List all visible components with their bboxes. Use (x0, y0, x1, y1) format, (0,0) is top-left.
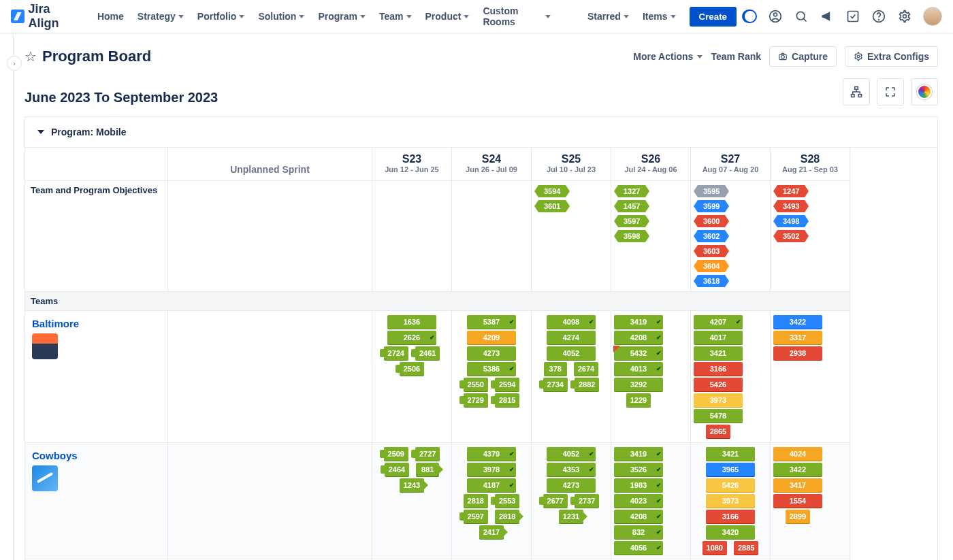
user-avatar[interactable] (923, 7, 942, 26)
help-icon[interactable] (871, 9, 886, 24)
objective-3602[interactable]: 3602 (698, 230, 725, 242)
work-item-2885[interactable]: 2885 (734, 541, 758, 555)
cell-cowboys-s25[interactable]: 4052✔4353✔4273267727371231 (532, 443, 611, 559)
nav-item-home[interactable]: Home (91, 1, 131, 31)
work-item-2818[interactable]: 2818 (464, 494, 488, 508)
cell-cowboys-s26[interactable]: 3419✔3526✔1983✔4023✔4208✔832✔4056✔ (611, 443, 691, 559)
work-item-4017[interactable]: 4017 (694, 331, 743, 344)
nav-item-product[interactable]: Product (419, 1, 476, 31)
nav-item-custom-rooms[interactable]: Custom Rooms (476, 1, 557, 31)
work-item-3422[interactable]: 3422 (773, 315, 822, 329)
work-item-3421[interactable]: 3421 (694, 346, 743, 360)
work-item-2461[interactable]: 2461 (415, 346, 440, 360)
cell-baltimore-s23[interactable]: 16362626✔272424612506 (372, 311, 452, 443)
work-item-3422[interactable]: 3422 (773, 463, 822, 476)
work-item-2509[interactable]: 2509 (384, 447, 408, 461)
work-item-1229[interactable]: 1229 (626, 393, 651, 407)
work-item-4056[interactable]: 4056✔ (614, 541, 663, 555)
work-item-4023[interactable]: 4023✔ (614, 494, 663, 508)
cell-unplanned-cowboys[interactable] (168, 443, 372, 559)
work-item-4274[interactable]: 4274 (547, 331, 596, 344)
work-item-2899[interactable]: 2899 (786, 510, 810, 523)
work-item-2553[interactable]: 2553 (495, 494, 519, 508)
work-item-3317[interactable]: 3317 (773, 331, 822, 344)
sprint-column-s28[interactable]: S28Aug 21 - Sep 03 (771, 148, 850, 181)
work-item-2815[interactable]: 2815 (495, 393, 519, 407)
hierarchy-view-button[interactable] (843, 78, 870, 105)
work-item-2729[interactable]: 2729 (464, 393, 488, 407)
work-item-3419[interactable]: 3419✔ (614, 447, 663, 461)
cell-baltimore-s27[interactable]: 4207✔4017342131665426397354782865 (691, 311, 771, 443)
work-item-3965[interactable]: 3965 (706, 463, 755, 476)
work-item-5432[interactable]: 5432✔ (614, 346, 663, 360)
work-item-4013[interactable]: 4013✔ (614, 362, 663, 376)
objective-3493[interactable]: 3493 (777, 200, 805, 212)
logo[interactable]: Jira Align (11, 2, 82, 31)
cell-unplanned-baltimore[interactable] (168, 311, 372, 443)
work-item-4187[interactable]: 4187✔ (467, 478, 516, 492)
work-item-2818[interactable]: 2818 (495, 510, 519, 523)
nav-item-portfolio[interactable]: Portfolio (191, 1, 252, 31)
objective-3597[interactable]: 3597 (618, 215, 645, 227)
work-item-1983[interactable]: 1983✔ (614, 478, 663, 492)
work-item-4052[interactable]: 4052 (547, 346, 596, 360)
objective-3604[interactable]: 3604 (698, 260, 725, 272)
extra-configs-button[interactable]: Extra Configs (845, 46, 938, 67)
account-icon[interactable] (768, 9, 783, 24)
work-item-5386[interactable]: 5386✔ (467, 362, 516, 376)
work-item-4208[interactable]: 4208✔ (614, 331, 663, 344)
work-item-5426[interactable]: 5426 (706, 478, 755, 492)
work-item-1080[interactable]: 1080 (702, 541, 727, 555)
cell-baltimore-s28[interactable]: 342233172938 (771, 311, 850, 443)
work-item-3419[interactable]: 3419✔ (614, 315, 663, 329)
work-item-4273[interactable]: 4273 (467, 346, 516, 360)
work-item-3973[interactable]: 3973 (694, 393, 743, 407)
objective-3603[interactable]: 3603 (698, 245, 725, 257)
objective-1327[interactable]: 1327 (618, 185, 645, 197)
work-item-1243[interactable]: 1243 (400, 478, 424, 492)
objective-3598[interactable]: 3598 (618, 230, 645, 242)
cell-cowboys-s28[interactable]: 40243422341715542899 (771, 443, 850, 559)
work-item-378[interactable]: 378 (544, 362, 567, 376)
work-item-2677[interactable]: 2677 (543, 494, 568, 508)
team-link-cowboys[interactable]: Cowboys (32, 450, 161, 461)
work-item-2674[interactable]: 2674 (574, 362, 598, 376)
work-item-2626[interactable]: 2626✔ (387, 331, 436, 344)
objective-3601[interactable]: 3601 (538, 200, 566, 212)
team-rank-link[interactable]: Team Rank (711, 51, 761, 62)
work-item-5478[interactable]: 5478 (694, 409, 743, 423)
work-item-2734[interactable]: 2734 (543, 378, 568, 391)
toggle-switch[interactable] (742, 9, 757, 24)
work-item-2464[interactable]: 2464 (385, 463, 409, 476)
work-item-3973[interactable]: 3973 (706, 494, 755, 508)
objective-3594[interactable]: 3594 (538, 185, 566, 197)
sprint-column-s27[interactable]: S27Aug 07 - Aug 20 (691, 148, 771, 181)
work-item-2865[interactable]: 2865 (706, 425, 730, 438)
work-item-4024[interactable]: 4024 (773, 447, 822, 461)
nav-item-starred[interactable]: Starred (581, 7, 636, 26)
program-header[interactable]: Program: Mobile (25, 117, 937, 148)
work-item-3420[interactable]: 3420 (706, 525, 755, 539)
work-item-2727[interactable]: 2727 (415, 447, 440, 461)
settings-icon[interactable] (897, 9, 912, 24)
objective-3599[interactable]: 3599 (698, 200, 725, 212)
sprint-column-s25[interactable]: S25Jul 10 - Jul 23 (532, 148, 611, 181)
work-item-3417[interactable]: 3417 (773, 478, 822, 492)
work-item-2506[interactable]: 2506 (400, 362, 424, 376)
more-actions-menu[interactable]: More Actions (633, 51, 702, 62)
work-item-4208[interactable]: 4208✔ (614, 510, 663, 523)
work-item-3166[interactable]: 3166 (706, 510, 755, 523)
work-item-2938[interactable]: 2938 (773, 346, 822, 360)
work-item-881[interactable]: 881 (416, 463, 439, 476)
nav-item-strategy[interactable]: Strategy (131, 1, 191, 31)
capture-button[interactable]: Capture (769, 46, 837, 67)
star-icon[interactable]: ☆ (25, 48, 37, 65)
objective-3595[interactable]: 3595 (698, 185, 725, 197)
work-item-4052[interactable]: 4052✔ (547, 447, 596, 461)
work-item-3526[interactable]: 3526✔ (614, 463, 663, 476)
sprint-column-s26[interactable]: S26Jul 24 - Aug 06 (611, 148, 691, 181)
work-item-4273[interactable]: 4273 (547, 478, 596, 492)
search-icon[interactable] (794, 9, 809, 24)
work-item-2550[interactable]: 2550 (464, 378, 488, 391)
sprint-column-s24[interactable]: S24Jun 26 - Jul 09 (452, 148, 532, 181)
